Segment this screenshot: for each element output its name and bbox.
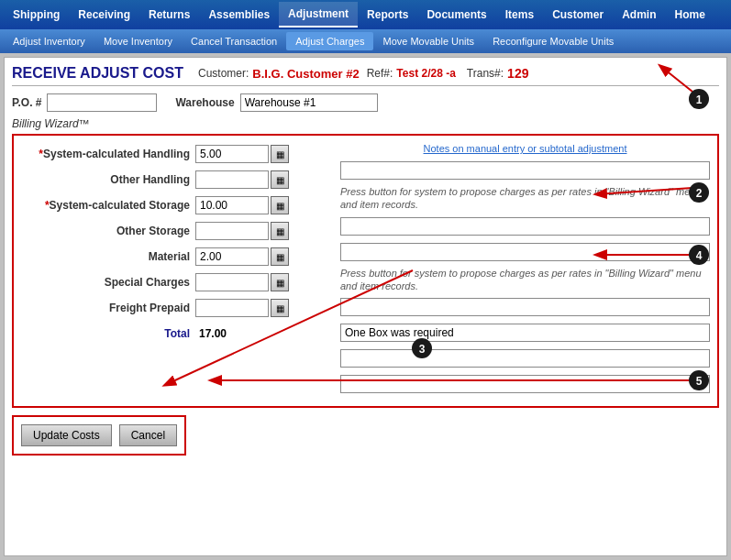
po-input[interactable]: [47, 93, 157, 112]
nav-shipping[interactable]: Shipping: [4, 3, 69, 27]
warehouse-label: Warehouse: [175, 96, 234, 109]
freight-label: Freight Prepaid: [21, 302, 195, 314]
material-note-input[interactable]: [340, 324, 710, 342]
total-label: Total: [21, 327, 195, 340]
freight-input[interactable]: [195, 299, 269, 317]
cancel-button[interactable]: Cancel: [119, 424, 177, 446]
nav-admin[interactable]: Admin: [613, 3, 665, 27]
material-calc-button[interactable]: ▦: [271, 247, 289, 266]
nav-assemblies[interactable]: Assemblies: [199, 3, 279, 27]
po-label: P.O. #: [12, 96, 41, 109]
total-value: [195, 324, 269, 343]
special-note-row: [340, 347, 710, 369]
nav-home[interactable]: Home: [665, 3, 714, 27]
storage-note-input[interactable]: [340, 243, 710, 261]
other-storage-note-input[interactable]: [340, 298, 710, 316]
page-title: Receive Adjust Cost: [12, 65, 183, 82]
charge-row-other-storage: Other Storage ▦: [21, 220, 333, 242]
subnav-reconfigure-movable-units[interactable]: Reconfigure Movable Units: [483, 32, 623, 50]
handling-note-text: Press button for system to propose charg…: [340, 185, 710, 212]
nav-adjustment[interactable]: Adjustment: [279, 2, 358, 27]
billing-wizard-label: Billing Wizard™: [12, 117, 719, 130]
other-handling-input[interactable]: [195, 170, 269, 189]
storage-label: *System-calculated Storage: [21, 199, 195, 212]
ref-value: Test 2/28 -a: [396, 67, 455, 80]
subnav-adjust-inventory[interactable]: Adjust Inventory: [4, 32, 94, 50]
other-storage-calc-button[interactable]: ▦: [271, 222, 289, 240]
other-storage-input[interactable]: [195, 222, 269, 240]
charges-section: *System-calculated Handling ▦ Other Hand…: [12, 134, 719, 408]
title-row: Receive Adjust Cost Customer: B.I.G. Cus…: [12, 65, 719, 86]
other-handling-calc-button[interactable]: ▦: [271, 170, 289, 189]
nav-reports[interactable]: Reports: [358, 3, 417, 27]
handling-note-input[interactable]: [340, 161, 710, 180]
subnav-move-movable-units[interactable]: Move Movable Units: [373, 32, 483, 50]
charge-row-total: Total: [21, 323, 333, 345]
other-storage-note-row: [340, 296, 710, 318]
charge-row-handling: *System-calculated Handling ▦: [21, 143, 333, 165]
charges-right: Notes on manual entry or subtotal adjust…: [340, 143, 710, 399]
material-note-row: [340, 322, 710, 344]
nav-returns[interactable]: Returns: [139, 3, 199, 27]
main-content: Receive Adjust Cost Customer: B.I.G. Cus…: [4, 57, 727, 556]
handling-note-row: [340, 159, 710, 181]
charge-row-other-handling: Other Handling ▦: [21, 169, 333, 191]
charge-row-storage: *System-calculated Storage ▦: [21, 194, 333, 216]
charge-row-material: Material ▦: [21, 246, 333, 268]
customer-label: Customer:: [198, 67, 249, 80]
handling-calc-button[interactable]: ▦: [271, 145, 289, 163]
freight-note-row: [340, 373, 710, 395]
other-handling-note-input[interactable]: [340, 217, 710, 236]
charge-row-special: Special Charges ▦: [21, 271, 333, 293]
top-nav: Shipping Receiving Returns Assemblies Ad…: [0, 0, 731, 29]
trans-label: Trans#:: [467, 67, 504, 80]
storage-input[interactable]: [195, 196, 269, 214]
subnav-adjust-charges[interactable]: Adjust Charges: [286, 32, 373, 50]
update-costs-button[interactable]: Update Costs: [21, 424, 112, 446]
subnav-move-inventory[interactable]: Move Inventory: [94, 32, 182, 50]
storage-note-row: [340, 241, 710, 263]
nav-items[interactable]: Items: [496, 3, 543, 27]
warehouse-input[interactable]: [240, 93, 378, 112]
storage-note-text: Press button for system to propose charg…: [340, 267, 710, 293]
nav-customer[interactable]: Customer: [543, 3, 613, 27]
charge-row-freight: Freight Prepaid ▦: [21, 297, 333, 319]
storage-calc-button[interactable]: ▦: [271, 196, 289, 214]
material-label: Material: [21, 250, 195, 263]
ref-label: Ref#:: [367, 67, 393, 80]
charges-left: *System-calculated Handling ▦ Other Hand…: [21, 143, 333, 399]
freight-note-input[interactable]: [340, 375, 710, 393]
handling-label: *System-calculated Handling: [21, 148, 195, 160]
special-calc-button[interactable]: ▦: [271, 273, 289, 291]
customer-value: B.I.G. Customer #2: [252, 67, 359, 81]
sub-nav: Adjust Inventory Move Inventory Cancel T…: [0, 29, 731, 53]
freight-calc-button[interactable]: ▦: [271, 299, 289, 317]
other-handling-note-row: [340, 215, 710, 237]
buttons-section: Update Costs Cancel: [12, 415, 186, 456]
subnav-cancel-transaction[interactable]: Cancel Transaction: [182, 32, 286, 50]
special-note-input[interactable]: [340, 349, 710, 368]
nav-documents[interactable]: Documents: [417, 3, 495, 27]
trans-value: 129: [507, 66, 528, 81]
po-warehouse-row: P.O. # Warehouse: [12, 93, 719, 112]
other-handling-label: Other Handling: [21, 173, 195, 186]
special-label: Special Charges: [21, 276, 195, 289]
material-input[interactable]: [195, 247, 269, 266]
notes-header: Notes on manual entry or subtotal adjust…: [340, 143, 710, 154]
handling-input[interactable]: [195, 145, 269, 163]
nav-receiving[interactable]: Receiving: [69, 3, 139, 27]
other-storage-label: Other Storage: [21, 225, 195, 237]
special-input[interactable]: [195, 273, 269, 291]
